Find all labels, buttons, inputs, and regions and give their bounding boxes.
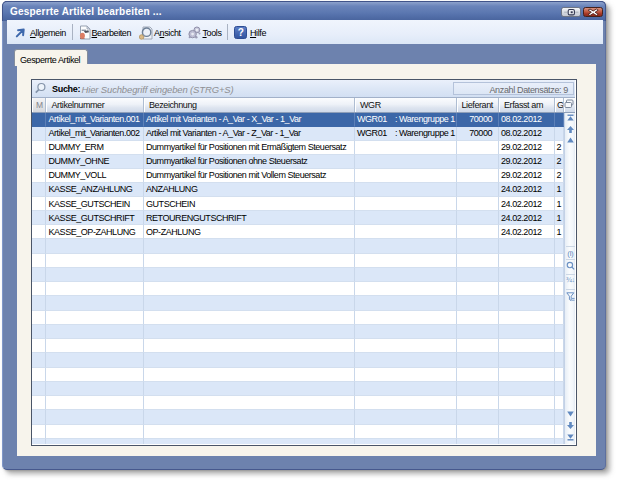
svg-text:?: ?: [238, 27, 244, 38]
